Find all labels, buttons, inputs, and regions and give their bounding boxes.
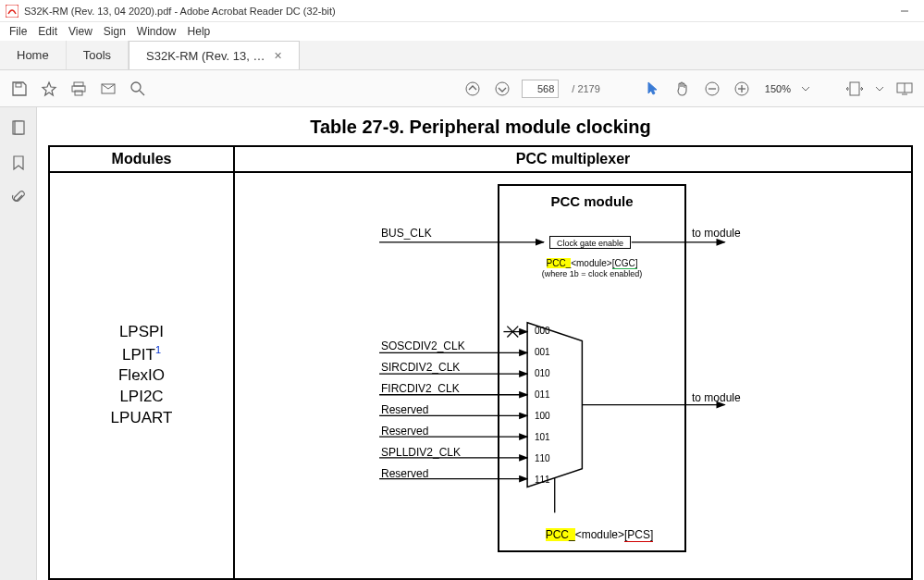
mux-code-111: 111 <box>535 475 550 485</box>
close-icon[interactable]: ✕ <box>274 50 282 62</box>
modules-cell: LPSPI LPIT1 FlexIO LPI2C LPUART <box>49 172 234 579</box>
zoom-in-icon[interactable] <box>732 79 752 99</box>
menu-help[interactable]: Help <box>188 25 211 38</box>
bookmark-icon[interactable] <box>9 154 28 172</box>
label-soscdiv2: SOSCDIV2_CLK <box>381 339 465 352</box>
label-reserved-111: Reserved <box>381 467 428 480</box>
svg-point-10 <box>496 82 509 95</box>
toolbar: / 2179 150% <box>0 70 924 107</box>
page-total-label: / 2179 <box>572 83 600 94</box>
pcc-diagram: PCC module Clock gate enable PCC_<module… <box>235 173 911 578</box>
module-lpuart: LPUART <box>50 408 233 429</box>
menu-edit[interactable]: Edit <box>38 25 57 38</box>
mux-code-000: 000 <box>535 326 550 336</box>
col-header-modules: Modules <box>49 146 234 172</box>
col-header-pcc: PCC multiplexer <box>234 146 912 172</box>
tab-tools[interactable]: Tools <box>67 41 129 69</box>
attachment-icon[interactable] <box>9 189 28 207</box>
svg-rect-0 <box>6 5 18 18</box>
save-icon[interactable] <box>9 79 30 99</box>
footnote-1: 1 <box>155 344 161 355</box>
module-lpit: LPIT1 <box>50 343 233 366</box>
label-reserved-100: Reserved <box>381 403 428 416</box>
svg-rect-3 <box>74 82 83 86</box>
find-icon[interactable] <box>128 79 148 99</box>
menu-file[interactable]: File <box>9 25 27 38</box>
chevron-down-icon[interactable] <box>800 79 811 99</box>
chevron-down-icon[interactable] <box>874 79 885 99</box>
mux-code-110: 110 <box>535 453 550 463</box>
page-up-icon[interactable] <box>462 79 483 99</box>
svg-point-9 <box>466 82 479 95</box>
email-icon[interactable] <box>98 79 118 99</box>
clocking-table: Modules PCC multiplexer LPSPI LPIT1 Flex… <box>48 145 913 580</box>
svg-line-8 <box>140 91 144 95</box>
svg-rect-16 <box>850 82 859 95</box>
tab-home[interactable]: Home <box>0 41 67 69</box>
module-lpspi: LPSPI <box>50 322 233 343</box>
mux-code-001: 001 <box>535 347 550 357</box>
tab-document-label: S32K-RM (Rev. 13, … <box>146 49 265 63</box>
module-lpi2c: LPI2C <box>50 387 233 408</box>
side-panel <box>0 107 37 580</box>
window-title: S32K-RM (Rev. 13, 04 2020).pdf - Adobe A… <box>24 6 336 17</box>
label-to-module-top: to module <box>692 227 741 240</box>
label-sircdiv2: SIRCDIV2_CLK <box>381 361 460 374</box>
svg-point-7 <box>131 82 141 92</box>
document-area[interactable]: Table 27-9. Peripheral module clocking M… <box>37 107 924 580</box>
tab-home-label: Home <box>17 48 49 62</box>
read-mode-icon[interactable] <box>894 79 915 99</box>
label-bus-clk: BUS_CLK <box>381 227 432 240</box>
tab-tools-label: Tools <box>83 48 111 62</box>
print-icon[interactable] <box>68 79 89 99</box>
thumbnails-icon[interactable] <box>9 118 28 137</box>
page-down-icon[interactable] <box>492 79 512 99</box>
label-to-module-mid: to module <box>692 391 741 404</box>
svg-rect-21 <box>15 121 24 134</box>
menu-window[interactable]: Window <box>137 25 177 38</box>
tab-document[interactable]: S32K-RM (Rev. 13, … ✕ <box>129 41 300 69</box>
svg-rect-2 <box>16 83 21 87</box>
module-flexio: FlexIO <box>50 365 233 387</box>
tab-bar: Home Tools S32K-RM (Rev. 13, … ✕ <box>0 41 924 70</box>
mux-code-101: 101 <box>535 432 550 442</box>
workspace: Table 27-9. Peripheral module clocking M… <box>0 107 924 580</box>
zoom-out-icon[interactable] <box>702 79 722 99</box>
menu-sign[interactable]: Sign <box>104 25 126 38</box>
table-title: Table 27-9. Peripheral module clocking <box>37 117 924 138</box>
window-minimize-button[interactable] <box>891 3 918 19</box>
label-reserved-101: Reserved <box>381 425 428 438</box>
mux-code-011: 011 <box>535 389 550 400</box>
titlebar: S32K-RM (Rev. 13, 04 2020).pdf - Adobe A… <box>0 0 924 22</box>
menu-view[interactable]: View <box>68 25 92 38</box>
diagram-cell: PCC module Clock gate enable PCC_<module… <box>234 172 912 579</box>
hand-icon[interactable] <box>672 79 693 99</box>
star-icon[interactable] <box>39 79 59 99</box>
menubar: File Edit View Sign Window Help <box>0 22 924 41</box>
diagram-lines <box>235 173 911 578</box>
page-number-input[interactable] <box>522 80 559 98</box>
label-splldiv2: SPLLDIV2_CLK <box>381 446 461 459</box>
zoom-level: 150% <box>765 83 791 94</box>
label-fircdiv2: FIRCDIV2_CLK <box>381 382 460 395</box>
acrobat-icon <box>6 5 18 18</box>
pointer-icon[interactable] <box>643 79 663 99</box>
mux-code-100: 100 <box>535 411 550 421</box>
fit-width-icon[interactable] <box>844 79 865 99</box>
mux-code-010: 010 <box>535 368 550 378</box>
